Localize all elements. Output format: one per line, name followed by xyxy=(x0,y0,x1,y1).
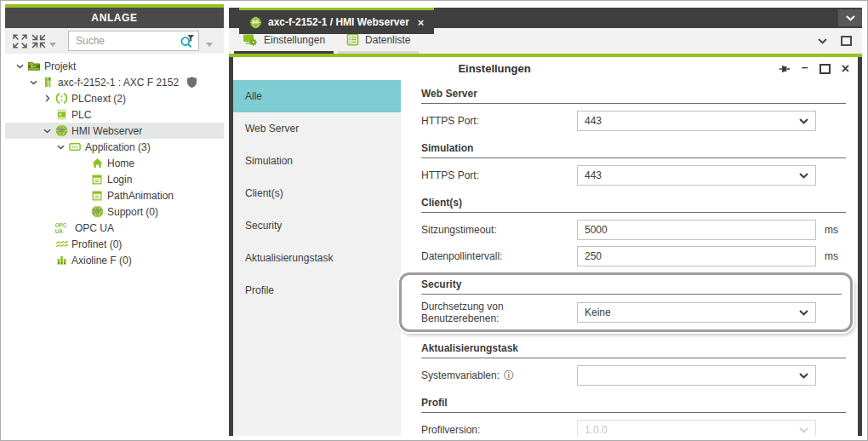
tree-item-axioline[interactable]: Axioline F (0) xyxy=(5,252,224,268)
settings-form: Web Server HTTPS Port: 443 Simulation HT… xyxy=(401,80,858,436)
category-aktualisierungstask[interactable]: Aktualisierungstask xyxy=(233,242,401,274)
settings-category-list: Alle Web Server Simulation Client(s) Sec… xyxy=(233,80,401,436)
chevron-down-icon[interactable] xyxy=(14,64,26,69)
tree-item-label: Profinet (0) xyxy=(71,238,122,250)
tab-einstellungen[interactable]: Einstellungen xyxy=(234,31,334,54)
section-profil: Profil xyxy=(421,397,846,413)
tree-item-application[interactable]: Application (3) xyxy=(5,139,224,155)
tree-item-label: Login xyxy=(107,174,132,186)
simulation-https-port-select[interactable]: 443 xyxy=(577,165,816,186)
https-port-label: HTTPS Port: xyxy=(421,169,577,181)
chevron-down-icon[interactable] xyxy=(54,145,67,150)
section-security: Security xyxy=(421,278,842,295)
settings-device-icon xyxy=(243,33,258,47)
home-icon xyxy=(89,157,105,169)
chevron-down-icon xyxy=(799,427,808,433)
controller-icon xyxy=(40,76,55,89)
chevron-down-icon xyxy=(799,173,808,179)
tree-item-hmi-webserver[interactable]: HMI Webserver xyxy=(5,123,224,139)
chevron-down-icon xyxy=(799,118,808,124)
chevron-down-icon[interactable] xyxy=(41,129,54,134)
https-port-label: HTTPS Port: xyxy=(421,115,577,127)
toolbar-dropdown-icon[interactable] xyxy=(49,43,56,47)
document-tab[interactable]: axc-f-2152-1 / HMI Webserver × xyxy=(239,8,434,34)
globe-icon xyxy=(54,124,69,137)
search-box xyxy=(68,31,199,51)
tree-item-label: Home xyxy=(107,158,134,169)
tree-item-label: Application (3) xyxy=(85,141,151,153)
system-variables-select[interactable] xyxy=(577,365,816,386)
security-highlight-callout: Security Durchsetzung von Benutzerebenen… xyxy=(399,272,853,332)
unit-label: ms xyxy=(825,250,838,262)
tree-item-label: Projekt xyxy=(44,60,76,72)
axioline-icon xyxy=(54,254,69,266)
tree-item-plc[interactable]: PLC xyxy=(5,106,224,123)
tree-item-label: HMI Webserver xyxy=(71,125,142,137)
session-timeout-input[interactable]: 5000 xyxy=(577,220,816,240)
tree-item-support[interactable]: Support (0) xyxy=(5,203,224,220)
tree-item-label: OPC UA xyxy=(75,222,114,234)
form-row: Profilversion: 1.0.0 xyxy=(421,420,846,436)
form-row: Sitzungstimeout: 5000 ms xyxy=(421,220,846,240)
tree-item-pathanimation[interactable]: PathAnimation xyxy=(5,187,224,203)
application-icon xyxy=(67,140,83,153)
form-row: Systemvariablen: ⓘ xyxy=(421,365,846,386)
chevron-down-icon xyxy=(799,310,808,316)
chevron-down-icon[interactable] xyxy=(27,80,40,85)
svg-text:UA: UA xyxy=(55,228,64,234)
chevron-right-icon[interactable] xyxy=(41,94,54,102)
opcua-icon: OPC UA xyxy=(54,221,72,234)
tab-datenliste[interactable]: Datenliste xyxy=(338,31,419,54)
maximize-icon[interactable] xyxy=(841,36,852,46)
form-row: HTTPS Port: 443 xyxy=(421,111,846,131)
form-row: HTTPS Port: 443 xyxy=(421,165,846,186)
system-variables-label: Systemvariablen: xyxy=(421,369,500,381)
plant-panel: ANLAGE xyxy=(5,4,224,435)
profinet-icon xyxy=(54,238,69,250)
maximize-icon[interactable] xyxy=(819,64,831,74)
user-levels-select[interactable]: Keine xyxy=(577,302,816,323)
tab-overflow-button[interactable] xyxy=(838,9,862,26)
chevron-down-icon[interactable] xyxy=(818,38,827,44)
search-dropdown-icon[interactable] xyxy=(206,43,213,47)
globe-icon xyxy=(249,16,262,29)
tab-label: Einstellungen xyxy=(264,34,325,46)
plant-panel-title: ANLAGE xyxy=(5,8,224,28)
section-clients: Client(s) xyxy=(421,197,846,213)
tree-item-label: PathAnimation xyxy=(107,190,174,202)
search-input[interactable] xyxy=(71,34,180,48)
tab-close-icon[interactable]: × xyxy=(418,17,425,28)
collapse-all-icon[interactable] xyxy=(29,32,48,50)
tree-item-plcnext[interactable]: PLCnext (2) xyxy=(5,90,224,106)
session-timeout-label: Sitzungstimeout: xyxy=(421,224,577,236)
expand-all-icon[interactable] xyxy=(10,32,29,50)
tree-item-axc-f-2152-1[interactable]: axc-f-2152-1 : AXC F 2152 xyxy=(5,74,224,90)
tree-item-login[interactable]: Login xyxy=(5,171,224,187)
tree-item-home[interactable]: Home xyxy=(5,155,224,171)
shield-icon xyxy=(186,76,197,89)
page-icon xyxy=(89,174,105,186)
minimize-icon[interactable]: – xyxy=(802,61,808,73)
category-security[interactable]: Security xyxy=(233,209,401,242)
category-alle[interactable]: Alle xyxy=(233,80,401,112)
tree-item-profinet[interactable]: Profinet (0) xyxy=(5,236,224,252)
tree-item-label: Axioline F (0) xyxy=(71,255,132,266)
search-filter-icon[interactable] xyxy=(180,33,195,49)
globe-icon xyxy=(89,205,105,218)
category-simulation[interactable]: Simulation xyxy=(233,145,401,177)
settings-window-header: Einstellungen – × xyxy=(233,57,858,80)
info-icon[interactable]: ⓘ xyxy=(504,369,514,383)
plcnext-icon xyxy=(54,92,69,105)
poll-interval-input[interactable]: 250 xyxy=(577,246,816,266)
pin-icon[interactable] xyxy=(779,63,791,75)
category-profile[interactable]: Profile xyxy=(233,274,401,306)
category-web-server[interactable]: Web Server xyxy=(233,112,401,145)
https-port-select[interactable]: 443 xyxy=(577,111,816,131)
tree-item-opc-ua[interactable]: OPC UA OPC UA xyxy=(5,220,224,236)
data-list-icon xyxy=(346,33,359,46)
close-icon[interactable]: × xyxy=(842,62,849,76)
category-clients[interactable]: Client(s) xyxy=(233,177,401,209)
tree-item-projekt[interactable]: Projekt xyxy=(5,58,224,74)
section-web-server: Web Server xyxy=(421,88,846,104)
settings-window: Einstellungen – × Alle Web Server Simula xyxy=(229,57,862,436)
